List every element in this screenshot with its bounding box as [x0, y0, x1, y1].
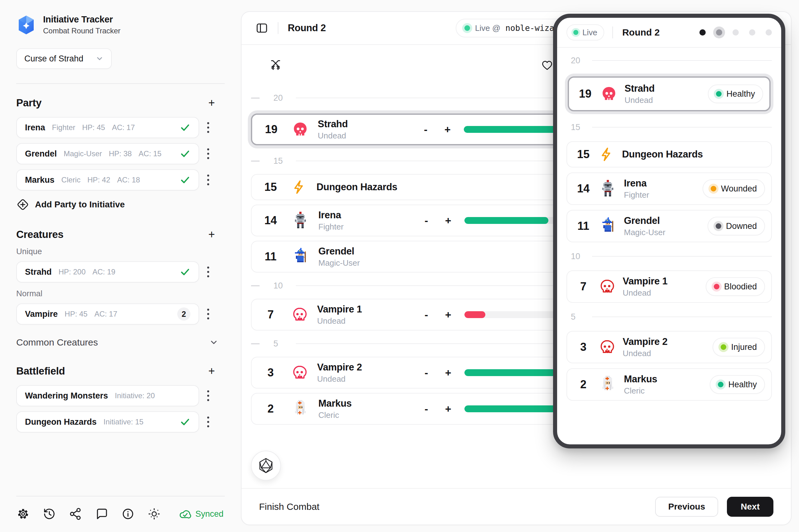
hp-decrease-button[interactable]: - — [421, 214, 432, 227]
kebab-menu-button[interactable] — [206, 173, 211, 187]
brightness-icon[interactable] — [147, 507, 161, 521]
hp-increase-button[interactable]: + — [442, 309, 454, 321]
sidebar-entity-card[interactable]: Irena Fighter HP: 45 AC: 17 — [16, 117, 199, 138]
common-creatures-toggle[interactable]: Common Creatures — [16, 337, 218, 348]
add-creature-button[interactable]: + — [205, 229, 218, 240]
kebab-menu-button[interactable] — [206, 265, 211, 279]
campaign-select[interactable]: Curse of Strahd — [16, 48, 112, 69]
sidebar-entity-card[interactable]: Grendel Magic-User HP: 38 AC: 15 — [16, 143, 199, 164]
pager-dot[interactable] — [700, 29, 706, 36]
cloud-check-icon — [179, 507, 192, 520]
mobile-live-view: Live Round 2 20 19 Strahd Undead Healthy… — [553, 14, 785, 449]
history-icon[interactable] — [42, 507, 56, 521]
mobile-live-badge: Live — [566, 24, 604, 40]
sidebar-entity-card[interactable]: Markus Cleric HP: 42 AC: 18 — [16, 169, 199, 191]
sync-status: Synced — [179, 507, 225, 520]
info-icon[interactable] — [121, 507, 135, 521]
initiative-value: 2 — [259, 402, 282, 415]
sidebar-entity-card[interactable]: Wandering Monsters Initiative: 20 — [16, 385, 199, 406]
add-battlefield-button[interactable]: + — [205, 365, 218, 377]
add-party-member-button[interactable]: + — [205, 97, 218, 109]
status-badge: Healthy — [710, 375, 765, 394]
sidebar-entity-card[interactable]: Dungeon Hazards Initiative: 15 — [16, 411, 199, 433]
hp-decrease-button[interactable]: - — [421, 367, 432, 379]
skull-outline-icon — [599, 339, 615, 355]
kebab-menu-button[interactable] — [206, 307, 211, 321]
combatant-name: Strahd — [318, 118, 348, 130]
hp-column-icon — [541, 59, 554, 72]
hp-increase-button[interactable]: + — [442, 403, 454, 415]
share-icon[interactable] — [69, 507, 83, 521]
lightning-icon — [599, 147, 615, 162]
sidebar-entity-card[interactable]: Strahd HP: 200 AC: 19 — [16, 261, 199, 283]
app-subtitle: Combat Round Tracker — [43, 26, 121, 35]
initiative-value: 7 — [573, 280, 593, 293]
initiative-value: 3 — [573, 341, 593, 354]
status-dot-icon — [714, 284, 720, 289]
lightning-icon — [291, 179, 307, 195]
combatant-class: Undead — [318, 131, 348, 141]
combatant-class: Fighter — [624, 190, 649, 200]
entity-ac: AC: 18 — [117, 175, 140, 184]
combatant-name: Strahd — [624, 83, 654, 94]
creature-count-badge: 2 — [177, 307, 190, 321]
entity-meta: Initiative: 15 — [104, 418, 144, 426]
mobile-initiative-row[interactable]: 11 Grendel Magic-User Downed — [566, 210, 772, 242]
mobile-initiative-row[interactable]: 2 Markus Cleric Healthy — [566, 368, 772, 401]
kebab-menu-button[interactable] — [206, 121, 211, 134]
combatant-class: Cleric — [319, 411, 352, 420]
initiative-tick: 20 — [566, 52, 772, 70]
combatant-class: Undead — [623, 349, 668, 358]
pager-dot[interactable] — [732, 29, 739, 36]
hp-increase-button[interactable]: + — [442, 367, 454, 379]
roll-dice-button[interactable] — [251, 451, 281, 480]
combatant-class: Fighter — [319, 222, 344, 232]
settings-icon[interactable] — [16, 507, 30, 521]
pager-dot[interactable] — [766, 29, 772, 36]
hp-decrease-button[interactable]: - — [421, 309, 432, 321]
check-icon — [180, 267, 190, 277]
initiative-value: 7 — [259, 308, 282, 321]
initiative-value: 19 — [575, 87, 595, 100]
combatant-class: Undead — [317, 374, 362, 384]
sidebar-toggle-button[interactable] — [255, 21, 268, 35]
hp-increase-button[interactable]: + — [442, 214, 454, 227]
combatant-name: Vampire 1 — [623, 276, 668, 287]
combatant-class: Magic-User — [624, 228, 666, 237]
skull-outline-icon — [291, 364, 308, 381]
kebab-menu-button[interactable] — [206, 389, 211, 403]
finish-combat-button[interactable]: Finish Combat — [259, 501, 319, 512]
chat-icon[interactable] — [95, 507, 109, 521]
hp-increase-button[interactable]: + — [442, 124, 453, 136]
skull-solid-icon — [292, 121, 308, 137]
creature-group-label: Unique — [16, 247, 225, 256]
hp-decrease-button[interactable]: - — [421, 403, 432, 415]
status-dot-icon — [718, 382, 724, 387]
entity-ac: AC: 17 — [94, 310, 117, 318]
add-party-to-initiative-button[interactable]: Add Party to Initiative — [16, 198, 225, 211]
status-badge: Wounded — [703, 179, 765, 198]
pager-dot[interactable] — [716, 29, 722, 36]
live-dot-icon — [573, 30, 578, 35]
mobile-initiative-row[interactable]: 7 Vampire 1 Undead Bloodied — [566, 270, 772, 303]
kebab-menu-button[interactable] — [206, 147, 211, 160]
skull-solid-icon — [601, 86, 617, 102]
entity-hp: HP: 45 — [65, 310, 87, 318]
hp-decrease-button[interactable]: - — [420, 124, 431, 136]
mobile-initiative-row[interactable]: 19 Strahd Undead Healthy — [568, 76, 770, 111]
mobile-initiative-row[interactable]: 3 Vampire 2 Undead Injured — [566, 331, 772, 363]
combatant-name: Vampire 2 — [317, 362, 362, 373]
entity-name: Dungeon Hazards — [25, 417, 97, 427]
member-class: Fighter — [52, 123, 75, 132]
sidebar-entity-card[interactable]: Vampire HP: 45 AC: 17 2 — [16, 303, 199, 325]
next-turn-button[interactable]: Next — [727, 497, 774, 517]
entity-hp: HP: 200 — [59, 268, 86, 276]
previous-turn-button[interactable]: Previous — [655, 497, 718, 517]
kebab-menu-button[interactable] — [206, 415, 211, 429]
mobile-initiative-row[interactable]: 15 Dungeon Hazards — [566, 141, 772, 168]
status-badge: Injured — [712, 338, 765, 357]
status-dot-icon — [716, 223, 721, 229]
mobile-initiative-row[interactable]: 14 Irena Fighter Wounded — [566, 172, 772, 205]
initiative-tick: 5 — [566, 308, 772, 326]
pager-dot[interactable] — [749, 29, 755, 36]
